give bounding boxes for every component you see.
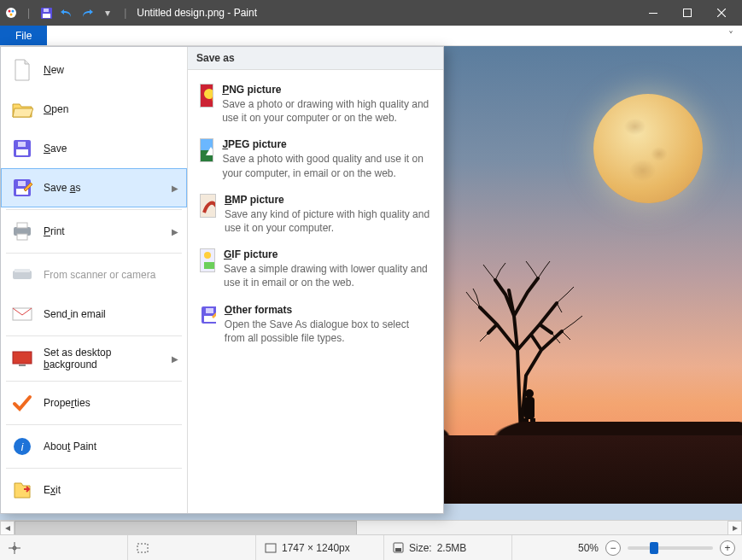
title-bar: | ▾ | Untitled design.png - Paint: [0, 0, 742, 26]
menu-item-save-as[interactable]: Save as ▶: [1, 168, 187, 207]
window-title: Untitled design.png - Paint: [137, 7, 257, 19]
menu-item-send-email[interactable]: Send in email: [1, 295, 187, 334]
save-as-png[interactable]: PNG picture Save a photo or drawing with…: [191, 77, 440, 131]
file-tab[interactable]: File: [0, 26, 47, 45]
save-as-item-title: JPEG picture: [222, 138, 431, 150]
bmp-thumb-icon: [200, 194, 216, 218]
status-selection-size: [128, 535, 256, 560]
scroll-thumb[interactable]: [15, 521, 357, 535]
info-icon: i: [11, 435, 33, 458]
menu-divider: [6, 253, 182, 254]
status-file-size: Size: 2.5MB: [384, 535, 512, 560]
svg-point-1: [9, 10, 11, 13]
save-as-gif[interactable]: GIF picture Save a simple drawing with l…: [191, 242, 440, 296]
gif-thumb-icon: [200, 248, 215, 272]
qat-dropdown-icon[interactable]: ▾: [100, 5, 115, 20]
scroll-right-icon[interactable]: ▸: [727, 521, 742, 535]
menu-label: About Paint: [44, 440, 96, 452]
save-as-other-formats[interactable]: Other formats Open the Save As dialogue …: [191, 297, 440, 352]
file-menu: New Open Save Save as ▶ Print ▶ From sca…: [1, 47, 187, 513]
checkmark-icon: [11, 392, 33, 414]
svg-rect-16: [18, 142, 26, 147]
svg-rect-21: [17, 223, 27, 228]
menu-item-properties[interactable]: Properties: [1, 383, 187, 423]
file-menu-overlay: New Open Save Save as ▶ Print ▶ From sca…: [0, 46, 444, 514]
new-file-icon: [11, 59, 33, 81]
chevron-right-icon: ▶: [172, 227, 178, 236]
menu-divider: [6, 335, 182, 336]
disk-icon: [393, 542, 404, 553]
menu-label: Print: [44, 225, 65, 237]
menu-item-open[interactable]: Open: [1, 90, 187, 129]
menu-divider: [6, 209, 182, 210]
menu-label: From scanner or camera: [44, 269, 155, 281]
menu-label: Save: [44, 143, 67, 155]
save-as-item-title: BMP picture: [225, 194, 431, 206]
menu-item-about[interactable]: i About Paint: [1, 427, 187, 466]
save-as-item-title: GIF picture: [224, 248, 431, 260]
menu-item-new[interactable]: New: [1, 50, 187, 90]
dimensions-value: 1747 × 1240px: [282, 542, 350, 554]
save-icon[interactable]: [38, 5, 54, 20]
zoom-slider[interactable]: [628, 546, 713, 550]
zoom-value: 50%: [578, 542, 599, 554]
svg-rect-19: [18, 181, 26, 186]
svg-point-3: [10, 14, 13, 16]
menu-label: Set as desktop background: [44, 347, 161, 370]
save-as-bmp[interactable]: BMP picture Save any kind of picture wit…: [191, 187, 440, 242]
save-as-item-desc: Save a photo or drawing with high qualit…: [222, 97, 431, 125]
menu-label: Save as: [44, 182, 80, 194]
svg-text:i: i: [21, 441, 24, 453]
scanner-icon: [11, 264, 33, 286]
scroll-left-icon[interactable]: ◂: [0, 521, 15, 535]
undo-icon[interactable]: [59, 5, 74, 20]
size-label: Size:: [409, 542, 432, 554]
chevron-right-icon: ▶: [172, 354, 178, 364]
save-as-item-desc: Save a simple drawing with lower quality…: [224, 262, 431, 289]
ribbon-tab-row: File ˅: [0, 26, 742, 46]
menu-item-exit[interactable]: Exit: [1, 470, 187, 510]
svg-rect-13: [395, 548, 401, 551]
status-bar: 1747 × 1240px Size: 2.5MB 50% − +: [0, 534, 742, 560]
zoom-in-button[interactable]: +: [720, 540, 735, 556]
menu-item-set-desktop-bg[interactable]: Set as desktop background ▶: [1, 338, 187, 379]
save-as-header: Save as: [188, 47, 443, 70]
ribbon-collapse-icon[interactable]: ˅: [720, 26, 742, 45]
scroll-track[interactable]: [15, 521, 727, 535]
size-value: 2.5MB: [437, 542, 467, 554]
svg-rect-15: [16, 149, 28, 155]
save-as-jpeg[interactable]: JPEG picture Save a photo with good qual…: [191, 131, 440, 186]
jpeg-thumb-icon: [200, 138, 213, 162]
status-cursor-pos: [0, 535, 128, 560]
zoom-slider-knob[interactable]: [650, 542, 658, 554]
horizontal-scrollbar[interactable]: ◂ ▸: [0, 520, 742, 534]
redo-icon[interactable]: [79, 5, 95, 20]
svg-rect-24: [15, 269, 30, 272]
menu-item-print[interactable]: Print ▶: [1, 212, 187, 251]
quick-access-toolbar: | ▾ |: [3, 5, 130, 20]
png-thumb-icon: [200, 84, 213, 108]
menu-label: Send in email: [44, 308, 106, 320]
qat-separator-2: |: [124, 7, 126, 19]
menu-label: New: [44, 64, 64, 76]
open-folder-icon: [11, 98, 33, 120]
dimensions-icon: [265, 543, 277, 553]
minimize-button[interactable]: [636, 0, 670, 26]
status-zoom-controls: 50% − +: [571, 535, 742, 560]
svg-rect-8: [684, 9, 692, 17]
chevron-right-icon: ▶: [172, 184, 178, 193]
maximize-button[interactable]: [670, 0, 704, 26]
svg-point-0: [6, 8, 16, 18]
crosshair-icon: [9, 542, 20, 554]
menu-label: Open: [44, 103, 68, 115]
paint-app-icon: [3, 5, 19, 20]
close-button[interactable]: [704, 0, 739, 26]
zoom-out-button[interactable]: −: [605, 540, 621, 556]
svg-rect-5: [43, 14, 50, 18]
menu-label: Exit: [44, 484, 61, 496]
save-as-item-title: Other formats: [225, 304, 431, 316]
menu-divider: [6, 381, 182, 382]
desktop-bg-icon: [11, 347, 33, 370]
menu-item-save[interactable]: Save: [1, 129, 187, 168]
save-as-item-desc: Save a photo with good quality and use i…: [222, 152, 431, 179]
